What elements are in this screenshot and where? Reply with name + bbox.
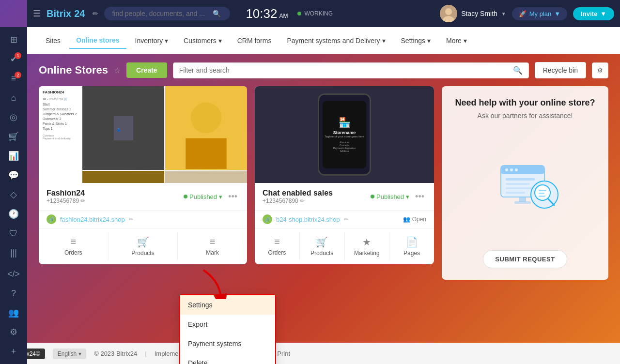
top-header: ☰ Bitrix 24 ✏ 🔍 10:32 AM WORKING Stacy S… <box>27 0 620 27</box>
action-products-chat[interactable]: 🛒 Products <box>300 232 345 260</box>
phone-edit-icon[interactable]: ✏ <box>80 197 85 204</box>
svg-rect-17 <box>506 183 530 185</box>
page-settings-button[interactable]: ⚙ <box>592 62 608 78</box>
fashion-sidebar: FASHION24 ☎ +123456789 🛒 Start Summer dr… <box>39 86 82 183</box>
card-info-fashion24: Fashion24 +123456789 ✏ Published ▾ ••• <box>39 183 247 211</box>
published-dot <box>184 195 187 198</box>
svg-point-13 <box>505 168 508 171</box>
sidebar-icon-code[interactable]: </> <box>4 265 23 283</box>
invite-chevron: ▼ <box>600 10 606 17</box>
page-title: Online Stores <box>39 64 108 76</box>
filter-input[interactable] <box>179 66 509 74</box>
store-preview-fashion24: FASHION24 ☎ +123456789 🛒 Start Summer dr… <box>39 86 247 183</box>
dropdown-delete[interactable]: Delete <box>180 353 275 364</box>
dropdown-payment-systems[interactable]: Payment systems <box>180 334 275 353</box>
sidebar-icon-plus[interactable]: + <box>4 343 23 360</box>
link-icon-chat: 🔗 <box>263 214 272 224</box>
action-products-fashion24[interactable]: 🛒 Products <box>108 232 178 260</box>
store-link-chat[interactable]: b24-shop.bitrix24.shop <box>276 216 340 223</box>
working-dot <box>297 12 301 15</box>
card-info-chat-sales: Chat enabled sales +1234567890 ✏ Publish… <box>255 183 434 211</box>
hamburger-icon[interactable]: ☰ <box>33 8 41 19</box>
sidebar-icon-home[interactable]: ⌂ <box>4 89 23 106</box>
pages-icon: 📄 <box>406 236 418 248</box>
action-mark-fashion24[interactable]: ≡ Mark <box>178 232 247 260</box>
nav-crm-forms[interactable]: CRM forms <box>231 33 279 48</box>
store-phone-chat: +1234567890 ✏ <box>263 197 333 204</box>
svg-rect-16 <box>506 178 535 181</box>
create-button[interactable]: Create <box>126 62 167 78</box>
sidebar-icon-diamond[interactable]: ◇ <box>4 186 23 203</box>
svg-rect-18 <box>506 187 532 189</box>
left-sidebar: ⊞ ✔ 1 ≡ 2 ⌂ ◎ 🛒 📊 💬 ◇ 🕐 🛡 ||| </> ? 👥 ⚙ … <box>0 27 27 364</box>
avatar <box>440 5 457 22</box>
star-icon[interactable]: ☆ <box>114 66 121 75</box>
card-actions-chat: ≡ Orders 🛒 Products ★ Marketing 📄 Pages <box>255 228 434 264</box>
pencil-icon[interactable]: ✏ <box>93 10 98 17</box>
dropdown-settings[interactable]: Settings <box>180 295 275 315</box>
phone-edit-icon-chat[interactable]: ✏ <box>300 197 305 204</box>
nav-payment-delivery[interactable]: Payment systems and Delivery ▾ <box>280 33 392 48</box>
sidebar-icon-target[interactable]: ◎ <box>4 108 23 126</box>
nav-online-stores[interactable]: Online stores <box>69 32 126 49</box>
store-name-fashion24: Fashion24 <box>46 189 85 197</box>
working-label: WORKING <box>304 10 333 17</box>
footer-language[interactable]: English ▾ <box>53 349 86 359</box>
store-logo-emoji: 🏪 <box>339 117 351 128</box>
nav-sites[interactable]: Sites <box>39 33 67 48</box>
svg-rect-27 <box>539 196 545 197</box>
logo-accent: 24 <box>74 8 85 19</box>
sidebar-icon-settings[interactable]: ⚙ <box>4 323 23 341</box>
svg-rect-19 <box>506 192 525 194</box>
link-edit-icon-chat[interactable]: ✏ <box>344 216 348 223</box>
sidebar-icon-shield[interactable]: 🛡 <box>4 225 23 242</box>
sidebar-icon-tasks[interactable]: ✔ 1 <box>4 50 23 68</box>
nav-settings[interactable]: Settings ▾ <box>394 33 437 48</box>
action-orders-fashion24[interactable]: ≡ Orders <box>39 232 108 260</box>
link-edit-icon[interactable]: ✏ <box>129 216 133 223</box>
my-plan-button[interactable]: 🚀 My plan ▼ <box>512 7 567 20</box>
user-section[interactable]: Stacy Smith ▼ <box>440 5 506 22</box>
search-input[interactable] <box>112 10 209 17</box>
store-link-fashion24[interactable]: fashion24.bitrix24.shop <box>60 216 125 223</box>
logo-text: Bitrix <box>46 8 71 19</box>
sidebar-icon-clock[interactable]: 🕐 <box>4 205 23 223</box>
global-search[interactable]: 🔍 <box>104 7 230 20</box>
orders-icon: ≡ <box>71 236 77 247</box>
recycle-bin-button[interactable]: Recycle bin <box>535 62 586 78</box>
sidebar-icon-chart[interactable]: 📊 <box>4 147 23 165</box>
sidebar-icon-lines[interactable]: ||| <box>4 244 23 261</box>
action-orders-chat[interactable]: ≡ Orders <box>255 232 300 260</box>
published-badge-chat[interactable]: Published ▾ <box>371 193 409 200</box>
submit-request-button[interactable]: SUBMIT REQUEST <box>483 250 567 268</box>
action-marketing-chat[interactable]: ★ Marketing <box>345 232 390 260</box>
lang-chevron: ▾ <box>78 350 81 357</box>
sidebar-icon-people[interactable]: 👥 <box>4 304 23 321</box>
sidebar-icon-chat[interactable]: 💬 <box>4 167 23 184</box>
more-button-fashion24[interactable]: ••• <box>226 192 239 202</box>
svg-rect-21 <box>514 201 531 204</box>
marketing-icon: ★ <box>362 236 371 248</box>
action-pages-chat[interactable]: 📄 Pages <box>389 232 434 260</box>
sidebar-icon-cart[interactable]: 🛒 <box>4 128 23 145</box>
help-subtitle: Ask our partners for assistance! <box>455 112 595 120</box>
store-card-chat-sales: 🏪 Storename Tagline of your store goes h… <box>255 86 434 264</box>
help-card: Need help with your online store? Ask ou… <box>442 86 608 280</box>
invite-button[interactable]: Invite ▼ <box>573 7 614 20</box>
nav-inventory[interactable]: Inventory ▾ <box>128 33 175 48</box>
time-display: 10:32 AM <box>246 6 288 21</box>
dropdown-menu: Settings Export Payment systems Delete <box>179 294 276 364</box>
filter-bar[interactable]: 🔍 <box>173 62 529 78</box>
dropdown-export[interactable]: Export <box>180 315 275 334</box>
sidebar-icon-feed[interactable]: ≡ 2 <box>4 70 23 87</box>
footer-link-print[interactable]: Print <box>277 350 290 357</box>
more-button-chat[interactable]: ••• <box>413 192 426 202</box>
published-badge-fashion24[interactable]: Published ▾ <box>184 193 222 200</box>
sidebar-icon-grid[interactable]: ⊞ <box>4 31 23 48</box>
nav-customers[interactable]: Customers ▾ <box>177 33 229 48</box>
store-name-chat: Chat enabled sales <box>263 189 333 197</box>
nav-more[interactable]: More ▾ <box>439 33 474 48</box>
sidebar-icon-question[interactable]: ? <box>4 285 23 302</box>
fashion-main-grid: 👗 Black Turtle Printed Shirt $25.50 Buy … <box>82 86 247 183</box>
working-status[interactable]: WORKING <box>297 10 333 17</box>
